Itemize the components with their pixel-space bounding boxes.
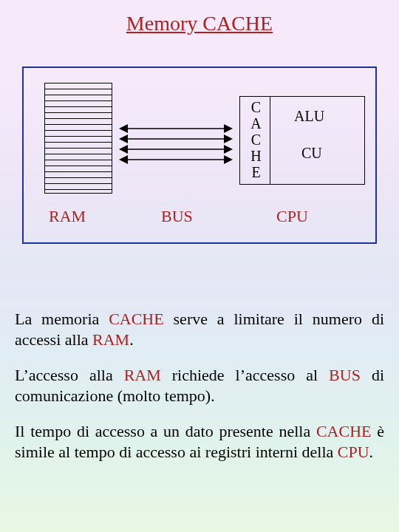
alu-label: ALU: [294, 108, 324, 125]
text: La memoria: [15, 310, 109, 328]
keyword-cache: CACHE: [109, 310, 164, 328]
cache-letter: C: [251, 99, 261, 115]
bus-arrows-icon: [117, 124, 235, 166]
paragraph-3: Il tempo di accesso a un dato presente n…: [15, 421, 384, 463]
paragraph-2: L’accesso alla RAM richiede l’accesso al…: [15, 365, 384, 406]
text: .: [129, 330, 134, 349]
text: Il tempo di accesso a un dato presente n…: [15, 422, 316, 440]
ram-lines: [44, 83, 112, 194]
paragraph-1: La memoria CACHE serve a limitare il num…: [15, 309, 384, 350]
cu-label: CU: [301, 145, 322, 162]
slide: Memory CACHE C A C H E ALU CU: [0, 0, 399, 532]
cache-letter: H: [250, 148, 261, 164]
bus-label: BUS: [161, 207, 193, 226]
keyword-cpu: CPU: [338, 443, 369, 461]
ram-label: RAM: [49, 207, 86, 226]
page-title: Memory CACHE: [0, 12, 399, 35]
cache-letter: A: [250, 115, 261, 132]
cache-column: C A C H E: [242, 96, 270, 185]
diagram-frame: C A C H E ALU CU RAM BUS CPU: [22, 66, 377, 244]
cache-letter: C: [251, 132, 261, 148]
text: L’accesso alla: [15, 366, 124, 384]
keyword-cache: CACHE: [316, 422, 372, 440]
cpu-label: CPU: [276, 207, 308, 226]
text: .: [369, 443, 374, 461]
keyword-ram: RAM: [92, 330, 129, 349]
keyword-bus: BUS: [329, 366, 361, 384]
keyword-ram: RAM: [124, 366, 161, 384]
cache-letter: E: [251, 164, 260, 180]
text: richiede l’accesso al: [161, 366, 329, 384]
